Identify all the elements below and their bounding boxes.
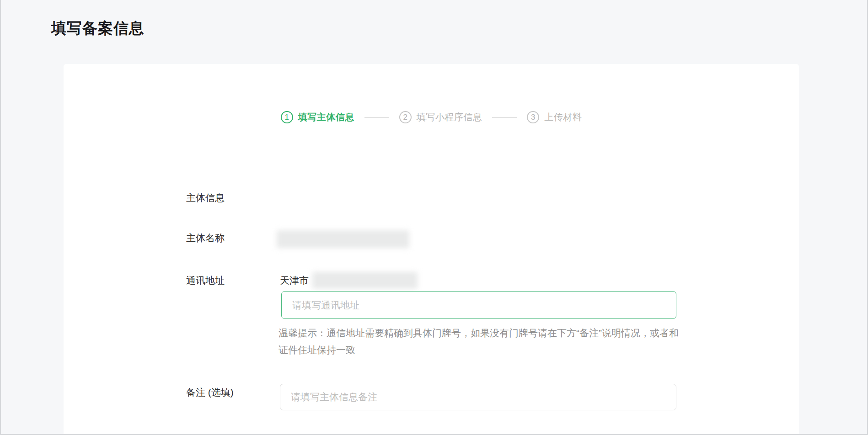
- step-1-label: 填写主体信息: [298, 111, 354, 123]
- stepper: 1 填写主体信息 2 填写小程序信息 3 上传材料: [64, 111, 799, 123]
- step-3-label: 上传材料: [544, 111, 582, 123]
- contact-address-redacted-value: [312, 272, 418, 289]
- filing-form-card: 1 填写主体信息 2 填写小程序信息 3 上传材料 主体信息 主体名称 通讯地址…: [64, 64, 799, 435]
- step-2-fill-miniprogram-info: 2 填写小程序信息: [399, 111, 482, 123]
- contact-address-input[interactable]: [281, 291, 676, 319]
- contact-address-hint: 温馨提示：通信地址需要精确到具体门牌号，如果没有门牌号请在下方“备注”说明情况，…: [279, 324, 683, 358]
- page-title: 填写备案信息: [51, 18, 145, 39]
- step-3-upload-materials: 3 上传材料: [527, 111, 582, 123]
- step-3-number-badge: 3: [527, 111, 539, 123]
- step-connector-2: [492, 117, 517, 118]
- step-1-fill-subject-info: 1 填写主体信息: [281, 111, 354, 123]
- subject-name-label: 主体名称: [186, 231, 225, 245]
- subject-name-redacted-value: [277, 230, 409, 248]
- contact-address-label: 通讯地址: [186, 274, 225, 287]
- contact-address-value-prefix: 天津市: [280, 274, 309, 287]
- step-1-number-badge: 1: [281, 111, 293, 123]
- step-connector-1: [364, 117, 389, 118]
- remark-label: 备注 (选填): [186, 386, 234, 399]
- step-2-label: 填写小程序信息: [417, 111, 482, 123]
- step-2-number-badge: 2: [399, 111, 412, 123]
- section-title-subject-info: 主体信息: [186, 191, 225, 205]
- remark-input[interactable]: [280, 384, 676, 410]
